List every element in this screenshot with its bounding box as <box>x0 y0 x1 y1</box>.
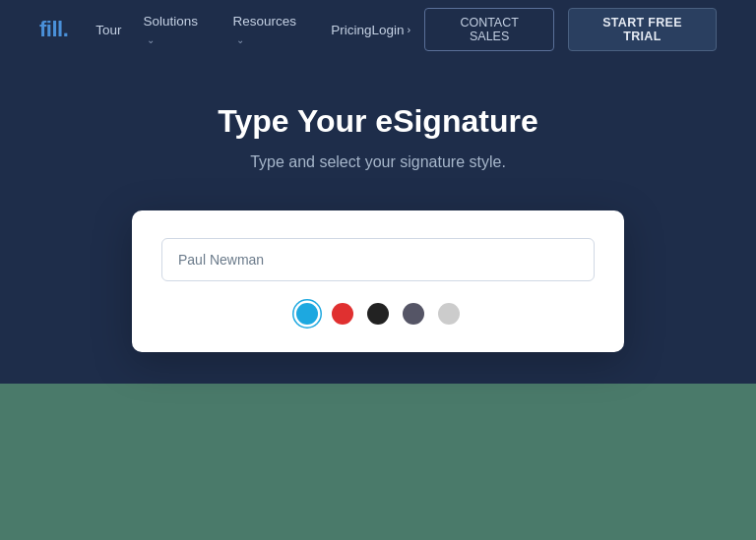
color-dot-lightgray[interactable] <box>438 303 460 325</box>
signature-input-wrapper[interactable] <box>161 238 595 281</box>
nav-right: Login › CONTACT SALES START FREE TRIAL <box>372 8 717 51</box>
hero: Type Your eSignature Type and select you… <box>0 59 756 352</box>
color-dot-red[interactable] <box>332 303 353 325</box>
nav-link-pricing[interactable]: Pricing <box>331 23 371 37</box>
top-section: fill. Tour Solutions ⌄ Resources ⌄ <box>0 0 756 384</box>
nav-link-tour[interactable]: Tour <box>95 23 121 37</box>
nav-item-pricing[interactable]: Pricing <box>331 21 371 38</box>
nav-left: fill. Tour Solutions ⌄ Resources ⌄ <box>39 12 372 47</box>
contact-sales-button[interactable]: CONTACT SALES <box>424 8 554 51</box>
bottom-section <box>0 384 756 540</box>
nav-link-solutions[interactable]: Solutions ⌄ <box>144 14 199 46</box>
nav-link-resources[interactable]: Resources ⌄ <box>233 14 297 46</box>
color-dot-darkgray[interactable] <box>403 303 424 325</box>
signature-input[interactable] <box>178 252 578 268</box>
start-trial-button[interactable]: START FREE TRIAL <box>568 8 717 51</box>
chevron-down-icon: ⌄ <box>147 34 155 45</box>
arrow-icon: › <box>408 24 411 35</box>
chevron-down-icon: ⌄ <box>236 34 244 45</box>
logo: fill. <box>39 17 68 42</box>
color-dot-blue[interactable] <box>296 303 318 325</box>
navbar: fill. Tour Solutions ⌄ Resources ⌄ <box>0 0 756 59</box>
nav-item-resources[interactable]: Resources ⌄ <box>233 12 310 47</box>
login-link[interactable]: Login › <box>372 23 411 37</box>
hero-subtitle: Type and select your signature style. <box>250 153 506 171</box>
nav-item-tour[interactable]: Tour <box>95 21 121 38</box>
signature-card <box>132 210 624 352</box>
nav-item-solutions[interactable]: Solutions ⌄ <box>144 12 212 47</box>
logo-text: fill. <box>39 17 68 41</box>
nav-links: Tour Solutions ⌄ Resources ⌄ Pricing <box>95 12 371 47</box>
color-dots <box>161 303 595 325</box>
hero-title: Type Your eSignature <box>218 103 537 140</box>
color-dot-black[interactable] <box>367 303 389 325</box>
